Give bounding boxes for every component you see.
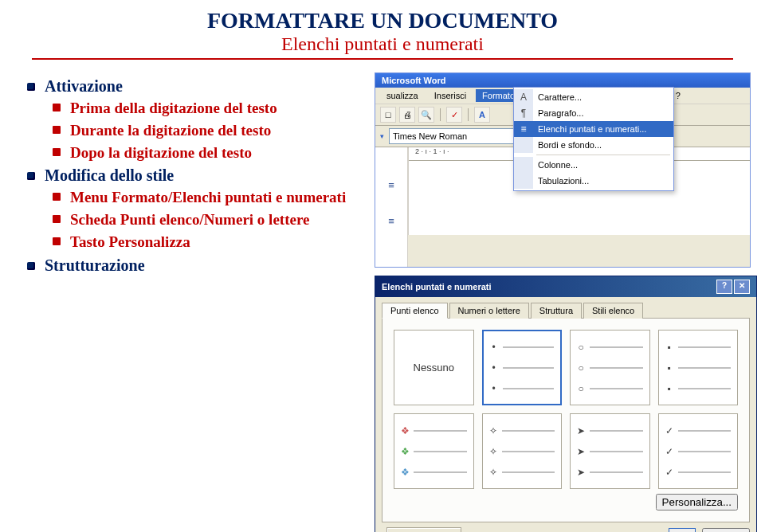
title-divider	[32, 58, 733, 60]
paragraph-icon: ≡	[388, 179, 394, 191]
toolbar-button[interactable]: □	[380, 107, 396, 123]
bullet-option[interactable]: ✓ ✓ ✓	[658, 413, 739, 489]
tabs-icon	[514, 173, 533, 189]
bullet-option[interactable]: ▪ ▪ ▪	[658, 330, 739, 405]
menu-item[interactable]: Inserisci	[428, 89, 473, 102]
help-button[interactable]: ?	[716, 280, 732, 294]
menu-label: Tabulazioni...	[533, 176, 589, 186]
bullet-option[interactable]: ❖ ❖ ❖	[394, 413, 474, 489]
outline-structuring: Strutturazione	[24, 256, 375, 275]
menu-paragrafo[interactable]: ¶ Paragrafo...	[514, 105, 673, 121]
font-letter-icon[interactable]: A	[474, 107, 490, 123]
bullet-option[interactable]: ➤ ➤ ➤	[570, 413, 650, 489]
menu-label: Carattere...	[533, 92, 582, 102]
bullet-marker: ▪	[665, 342, 673, 353]
toolbar-button[interactable]: 🔍	[418, 107, 434, 123]
outline-modify-item: Scheda Punti elenco/Numeri o lettere	[51, 210, 375, 229]
outline-modify-item: Tasto Personalizza	[51, 233, 375, 252]
outline-activation-item: Durante la digitazione del testo	[51, 121, 375, 140]
dialog-title: Elenchi puntati e numerati	[382, 282, 492, 291]
outline-modify: Modifica dello stile Menu Formato/Elench…	[24, 166, 375, 251]
paragraph-icon: ¶	[514, 105, 533, 121]
toolbar-chevron: ▾	[380, 132, 384, 140]
menu-colonne[interactable]: Colonne...	[514, 157, 673, 173]
bullet-marker: ○	[577, 342, 585, 353]
bullet-option-none[interactable]: Nessuno	[394, 330, 474, 405]
columns-icon	[514, 157, 533, 173]
bullet-option[interactable]: • • •	[482, 330, 563, 405]
word-titlebar: Microsoft Word	[375, 73, 750, 88]
menu-carattere[interactable]: A Carattere...	[514, 89, 673, 105]
tab-numeri-lettere[interactable]: Numeri o lettere	[449, 303, 529, 319]
outline-modify-item: Menu Formato/Elenchi puntati e numerati	[51, 188, 375, 207]
outline-activation: Attivazione Prima della digitazione del …	[24, 77, 375, 162]
bullet-marker: ❖	[401, 425, 409, 436]
menu-elenchi-puntati[interactable]: ≡ Elenchi puntati e numerati...	[514, 121, 673, 137]
reset-button[interactable]: Reimposta	[386, 527, 461, 532]
menu-label: Elenchi puntati e numerati...	[533, 124, 646, 134]
outline-activation-item: Prima della digitazione del testo	[51, 99, 375, 118]
page-subtitle: Elenchi puntati e numerati	[0, 33, 765, 55]
none-label: Nessuno	[414, 362, 454, 374]
toolbar-button[interactable]: ✓	[446, 107, 462, 123]
page-title: FORMATTARE UN DOCUMENTO	[0, 8, 765, 33]
bullet-marker: ➤	[577, 425, 585, 436]
outline-modify-label: Modifica dello stile	[45, 166, 174, 184]
outline-activation-item: Dopo la digitazione del testo	[51, 143, 375, 162]
tab-punti-elenco[interactable]: Punti elenco	[382, 303, 448, 319]
font-name: Times New Roman	[393, 130, 467, 143]
menu-label: Paragrafo...	[533, 108, 583, 118]
border-icon	[514, 137, 533, 153]
bullet-option[interactable]: ○ ○ ○	[570, 330, 650, 405]
personalize-button[interactable]: Personalizza...	[656, 494, 738, 510]
font-dropdown[interactable]: Times New Roman ▾	[389, 128, 524, 144]
bullets-dialog: Elenchi puntati e numerati ? ✕ Punti ele…	[375, 276, 757, 532]
tab-stili-elenco[interactable]: Stili elenco	[583, 303, 643, 319]
tab-struttura[interactable]: Struttura	[531, 303, 582, 319]
cancel-button[interactable]: Annulla	[702, 528, 750, 532]
paragraph-icon: ≡	[388, 215, 394, 227]
formato-dropdown: A Carattere... ¶ Paragrafo... ≡ Elenchi …	[513, 87, 674, 191]
list-icon: ≡	[514, 121, 533, 137]
toolbar-button[interactable]: 🖨	[399, 107, 415, 123]
bullet-marker: ✓	[665, 425, 673, 436]
menu-bordi[interactable]: Bordi e sfondo...	[514, 137, 673, 153]
menu-label: Colonne...	[533, 160, 578, 170]
close-button[interactable]: ✕	[734, 280, 750, 294]
menu-tabulazioni[interactable]: Tabulazioni...	[514, 173, 673, 189]
menu-item[interactable]: sualizza	[380, 89, 425, 102]
bullet-marker: •	[490, 342, 498, 353]
bullet-marker: ✧	[489, 425, 497, 436]
outline-activation-label: Attivazione	[45, 77, 123, 95]
ok-button[interactable]: OK	[669, 528, 695, 532]
menu-label: Bordi e sfondo...	[533, 140, 602, 150]
bullet-option[interactable]: ✧ ✧ ✧	[482, 413, 563, 489]
font-icon: A	[514, 89, 533, 105]
